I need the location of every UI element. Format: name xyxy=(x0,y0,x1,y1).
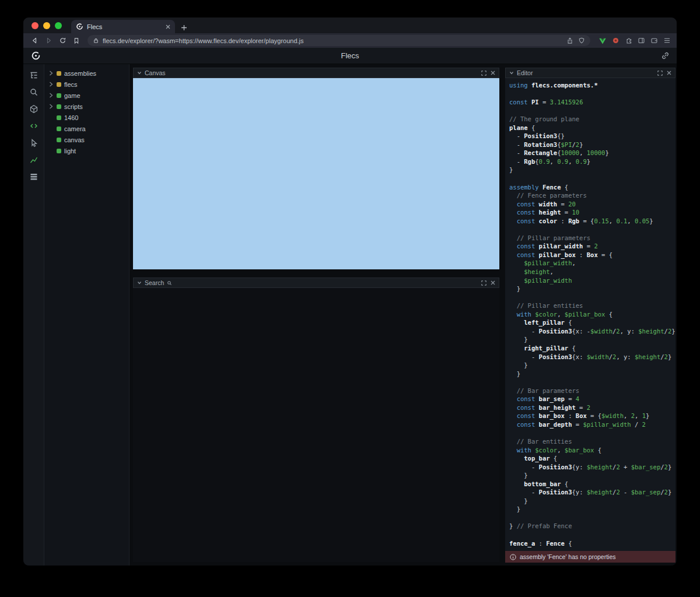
canvas-panel-title: Canvas xyxy=(145,69,166,76)
bookmark-icon[interactable] xyxy=(71,36,82,46)
code-line: $pillar_width xyxy=(509,276,676,285)
flecs-favicon xyxy=(76,23,83,30)
entity-color-dot xyxy=(57,138,61,142)
code-line xyxy=(509,531,676,539)
code-line: // Pillar entities xyxy=(509,301,676,310)
brave-shield-icon[interactable] xyxy=(578,37,585,44)
expand-icon[interactable] xyxy=(481,71,487,76)
close-window-button[interactable] xyxy=(32,22,38,29)
code-line xyxy=(509,107,676,115)
minimize-window-button[interactable] xyxy=(43,22,50,29)
search-glyph-icon xyxy=(167,280,172,286)
tree-item-label: camera xyxy=(64,125,86,132)
expand-icon[interactable] xyxy=(481,280,487,286)
back-icon[interactable] xyxy=(29,36,40,46)
lock-icon xyxy=(93,37,99,44)
canvas-panel: Canvas xyxy=(133,68,499,269)
search-icon[interactable] xyxy=(27,86,40,99)
code-line: using flecs.components.* xyxy=(509,81,676,90)
entity-tree: assembliesflecsgamescripts1460cameracanv… xyxy=(44,64,130,566)
record-dot-icon[interactable] xyxy=(612,37,620,44)
center-column: Canvas Se xyxy=(130,64,503,566)
code-line: // Pillar parameters xyxy=(509,234,676,243)
tree-item-camera[interactable]: camera xyxy=(44,123,129,134)
code-icon[interactable] xyxy=(27,120,40,132)
tab-title: Flecs xyxy=(87,23,162,30)
code-line: } xyxy=(509,471,676,480)
canvas-viewport[interactable] xyxy=(133,78,499,269)
icon-rail xyxy=(23,64,44,566)
entity-color-dot xyxy=(57,82,61,87)
forward-icon[interactable] xyxy=(43,36,54,46)
tree-item-1460[interactable]: 1460 xyxy=(44,112,129,123)
extensions-puzzle-icon[interactable] xyxy=(625,37,632,44)
code-line: } xyxy=(509,335,676,344)
tree-item-scripts[interactable]: scripts xyxy=(44,101,129,112)
canvas-panel-header: Canvas xyxy=(133,68,499,78)
browser-tab[interactable]: Flecs xyxy=(71,20,175,33)
code-line: - Position3{x: -$width/2, y: $height/2} xyxy=(509,327,676,336)
close-icon[interactable] xyxy=(491,71,495,75)
rows-icon[interactable] xyxy=(27,170,40,183)
stats-chart-icon[interactable] xyxy=(27,153,40,166)
expand-chevron-icon[interactable] xyxy=(49,104,54,109)
wallet-icon[interactable] xyxy=(650,37,658,44)
expand-icon[interactable] xyxy=(657,71,663,76)
tree-item-assemblies[interactable]: assemblies xyxy=(44,68,129,79)
code-line: assembly Fence { xyxy=(509,183,676,192)
editor-panel-title: Editor xyxy=(517,69,533,76)
code-line: - Rectangle{10000, 10000} xyxy=(509,149,676,157)
close-icon[interactable] xyxy=(491,280,495,285)
code-line: // Fence parameters xyxy=(509,191,676,200)
link-icon[interactable] xyxy=(661,51,670,62)
cube-icon[interactable] xyxy=(27,103,40,115)
search-panel-header: Search xyxy=(133,278,499,288)
expand-chevron-icon[interactable] xyxy=(49,93,54,98)
entity-color-dot xyxy=(57,115,61,120)
code-line: const color : Rgb = {0.15, 0.1, 0.05} xyxy=(509,217,676,226)
inspect-cursor-icon[interactable] xyxy=(27,136,40,149)
entity-color-dot xyxy=(57,149,61,153)
code-line: - Rgb{0.9, 0.9, 0.9} xyxy=(509,157,676,166)
tree-item-game[interactable]: game xyxy=(44,90,129,101)
code-line: plane { xyxy=(509,124,676,132)
chevron-down-icon[interactable] xyxy=(509,71,514,75)
new-tab-icon[interactable] xyxy=(181,24,187,31)
tab-close-icon[interactable] xyxy=(166,24,170,29)
entity-color-dot xyxy=(57,71,61,76)
menu-icon[interactable] xyxy=(663,37,671,44)
code-line: const width = 20 xyxy=(509,200,676,209)
chevron-down-icon[interactable] xyxy=(137,71,142,75)
expand-chevron-icon[interactable] xyxy=(49,71,54,76)
close-icon[interactable] xyxy=(667,71,671,75)
url-bar[interactable]: flecs.dev/explorer/?wasm=https://www.fle… xyxy=(88,35,590,46)
expand-chevron-icon[interactable] xyxy=(49,82,54,87)
entity-color-dot xyxy=(57,93,61,98)
editor-panel-header: Editor xyxy=(505,68,676,78)
chevron-down-icon[interactable] xyxy=(137,280,142,285)
maximize-window-button[interactable] xyxy=(55,22,62,29)
tree-item-label: light xyxy=(64,148,76,154)
tab-bar: Flecs xyxy=(23,17,677,33)
code-line: } xyxy=(509,285,676,293)
tree-item-canvas[interactable]: canvas xyxy=(44,134,129,145)
navigation-bar: flecs.dev/explorer/?wasm=https://www.fle… xyxy=(23,33,677,48)
code-line: } xyxy=(509,505,676,514)
code-line: $pillar_width, xyxy=(509,259,676,268)
share-icon[interactable] xyxy=(566,37,573,44)
traffic-lights xyxy=(32,22,62,29)
reload-icon[interactable] xyxy=(57,36,68,46)
sidebar-panel-icon[interactable] xyxy=(638,37,645,44)
editor-code[interactable]: using flecs.components.* const PI = 3.14… xyxy=(505,78,676,551)
tree-item-flecs[interactable]: flecs xyxy=(44,79,129,90)
code-line xyxy=(509,90,676,99)
code-line: - Position3{y: $height/2 + $bar_sep/2} xyxy=(509,463,676,472)
url-text[interactable]: flecs.dev/explorer/?wasm=https://www.fle… xyxy=(103,37,563,44)
tree-item-light[interactable]: light xyxy=(44,145,129,156)
code-line: const height = 10 xyxy=(509,208,676,217)
code-line xyxy=(509,429,676,437)
outline-tree-icon[interactable] xyxy=(27,69,40,82)
vue-devtools-icon[interactable] xyxy=(598,37,607,45)
code-line: bottom_bar { xyxy=(509,480,676,489)
tree-item-label: scripts xyxy=(64,103,83,110)
